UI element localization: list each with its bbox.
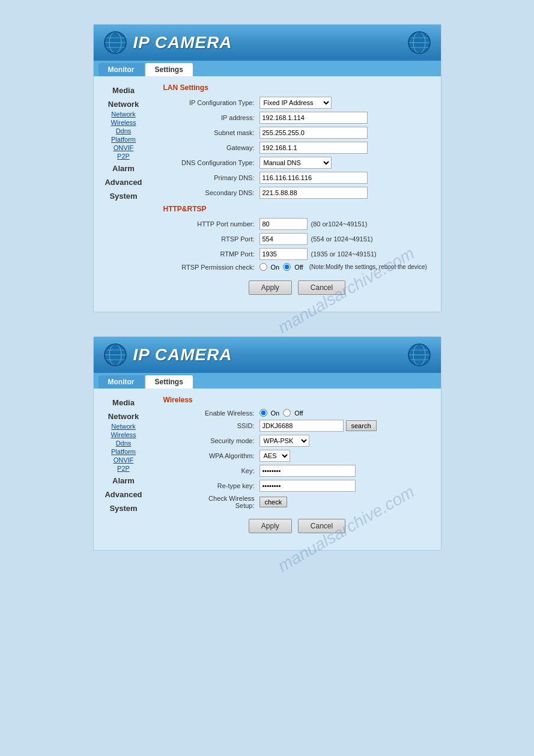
panel2-header: IP CAMERA bbox=[94, 337, 441, 373]
apply-button-2[interactable]: Apply bbox=[249, 519, 292, 533]
key-input[interactable] bbox=[259, 465, 356, 477]
panel2-container: IP CAMERA Monitor Settings Med bbox=[93, 336, 441, 551]
sidebar-section-network-2: Network bbox=[94, 408, 154, 422]
ip-address-row: IP address: bbox=[163, 112, 431, 124]
retype-key-row: Re-type key: bbox=[163, 480, 431, 492]
primary-dns-row: Primary DNS: bbox=[163, 172, 431, 184]
dns-config-type-select[interactable]: Manual DNS Auto DNS bbox=[259, 157, 332, 169]
dns-config-type-label: DNS Configuration Type: bbox=[163, 159, 259, 166]
sidebar-link-onvif-1[interactable]: ONVIF bbox=[94, 144, 154, 152]
primary-dns-input[interactable] bbox=[259, 172, 368, 184]
secondary-dns-input[interactable] bbox=[259, 187, 368, 199]
rtsp-permission-on-radio[interactable] bbox=[259, 263, 267, 271]
wireless-title: Wireless bbox=[163, 396, 431, 404]
sidebar-link-network-1[interactable]: Network bbox=[94, 110, 154, 118]
ip-config-type-row: IP Configuration Type: Fixed IP Address … bbox=[163, 97, 431, 109]
ip-config-type-select[interactable]: Fixed IP Address DHCP bbox=[259, 97, 332, 109]
sidebar-link-p2p-2[interactable]: P2P bbox=[94, 464, 154, 473]
rtsp-port-row: RTSP Port: (554 or 1024~49151) bbox=[163, 233, 431, 245]
tab-settings-1[interactable]: Settings bbox=[145, 63, 193, 76]
subnet-mask-label: Subnet mask: bbox=[163, 129, 259, 136]
panel2-nav: Monitor Settings bbox=[94, 373, 441, 389]
sidebar-link-network-2[interactable]: Network bbox=[94, 422, 154, 431]
key-row: Key: bbox=[163, 465, 431, 477]
dns-config-type-row: DNS Configuration Type: Manual DNS Auto … bbox=[163, 157, 431, 169]
rtsp-port-note: (554 or 1024~49151) bbox=[311, 235, 373, 243]
cancel-button-1[interactable]: Cancel bbox=[298, 280, 345, 295]
http-port-label: HTTP Port number: bbox=[163, 220, 259, 228]
secondary-dns-label: Secondary DNS: bbox=[163, 189, 259, 196]
tab-monitor-2[interactable]: Monitor bbox=[99, 375, 144, 389]
rtsp-permission-radio-group: On Off (Note:Modify the settings, reboot… bbox=[259, 263, 427, 271]
panel1-content: LAN Settings IP Configuration Type: Fixe… bbox=[154, 76, 441, 312]
ip-config-type-label: IP Configuration Type: bbox=[163, 99, 259, 106]
rtmp-port-label: RTMP Port: bbox=[163, 250, 259, 258]
tab-settings-2[interactable]: Settings bbox=[145, 375, 193, 389]
rtsp-permission-off-radio[interactable] bbox=[283, 263, 291, 271]
panel2-button-row: Apply Cancel bbox=[163, 519, 431, 543]
retype-key-label: Re-type key: bbox=[163, 482, 259, 489]
subnet-mask-input[interactable] bbox=[259, 127, 368, 139]
rtsp-permission-note: (Note:Modify the settings, reboot the de… bbox=[309, 264, 427, 270]
globe-icon-right bbox=[407, 31, 431, 55]
sidebar-section-system-2: System bbox=[94, 500, 154, 514]
apply-button-1[interactable]: Apply bbox=[249, 280, 292, 295]
panel1-container: IP CAMERA Monitor Settings Med bbox=[93, 24, 441, 312]
enable-wireless-row: Enable Wireless: On Off bbox=[163, 409, 431, 417]
security-mode-select[interactable]: WPA-PSK WPA2-PSK None bbox=[259, 435, 309, 447]
sidebar-section-media-2: Media bbox=[94, 395, 154, 408]
primary-dns-label: Primary DNS: bbox=[163, 174, 259, 181]
sidebar-section-advanced-1: Advanced bbox=[94, 174, 154, 188]
sidebar-link-wireless-1[interactable]: Wireless bbox=[94, 118, 154, 127]
check-wireless-button[interactable]: check bbox=[259, 497, 288, 507]
panel1-title: IP CAMERA bbox=[133, 33, 232, 52]
sidebar-link-ddns-2[interactable]: Ddns bbox=[94, 439, 154, 447]
http-port-note: (80 or1024~49151) bbox=[311, 220, 368, 228]
panel2-title: IP CAMERA bbox=[133, 345, 232, 364]
ip-address-input[interactable] bbox=[259, 112, 368, 124]
security-mode-row: Security mode: WPA-PSK WPA2-PSK None bbox=[163, 435, 431, 447]
key-label: Key: bbox=[163, 467, 259, 474]
search-button[interactable]: search bbox=[346, 420, 377, 431]
gateway-input[interactable] bbox=[259, 142, 368, 154]
sidebar-link-p2p-1[interactable]: P2P bbox=[94, 152, 154, 160]
panel1-body: Media Network Network Wireless Ddns Plat… bbox=[94, 76, 441, 312]
wireless-on-radio[interactable] bbox=[259, 409, 267, 417]
lan-settings-title: LAN Settings bbox=[163, 83, 431, 92]
sidebar-link-ddns-1[interactable]: Ddns bbox=[94, 127, 154, 135]
panel2: IP CAMERA Monitor Settings Med bbox=[93, 336, 441, 551]
page-wrapper: IP CAMERA Monitor Settings Med bbox=[0, 0, 534, 575]
sidebar-section-network-1: Network bbox=[94, 96, 154, 110]
sidebar-link-onvif-2[interactable]: ONVIF bbox=[94, 456, 154, 464]
rtsp-permission-row: RTSP Permission check: On Off (Note:Modi… bbox=[163, 263, 431, 271]
rtsp-port-input[interactable] bbox=[259, 233, 308, 245]
panel1-nav: Monitor Settings bbox=[94, 61, 441, 76]
enable-wireless-radio-group: On Off bbox=[259, 409, 303, 417]
wireless-off-radio[interactable] bbox=[283, 409, 291, 417]
enable-wireless-label: Enable Wireless: bbox=[163, 410, 259, 417]
rtsp-on-label: On bbox=[271, 264, 280, 271]
panel1-header: IP CAMERA bbox=[94, 25, 441, 61]
wpa-algorithm-select[interactable]: AES TKIP bbox=[259, 450, 290, 462]
rtmp-port-row: RTMP Port: (1935 or 1024~49151) bbox=[163, 248, 431, 260]
ssid-input[interactable] bbox=[259, 420, 344, 432]
tab-monitor-1[interactable]: Monitor bbox=[99, 63, 144, 76]
panel2-sidebar: Media Network Network Wireless Ddns Plat… bbox=[94, 389, 154, 550]
retype-key-input[interactable] bbox=[259, 480, 356, 492]
sidebar-link-wireless-2[interactable]: Wireless bbox=[94, 431, 154, 439]
wireless-on-label: On bbox=[271, 410, 280, 417]
sidebar-section-advanced-2: Advanced bbox=[94, 486, 154, 500]
sidebar-section-system-1: System bbox=[94, 188, 154, 202]
rtmp-port-input[interactable] bbox=[259, 248, 308, 260]
panel1-button-row: Apply Cancel bbox=[163, 280, 431, 304]
wpa-algorithm-label: WPA Algorithm: bbox=[163, 452, 259, 459]
cancel-button-2[interactable]: Cancel bbox=[298, 519, 345, 533]
security-mode-label: Security mode: bbox=[163, 437, 259, 444]
panel1: IP CAMERA Monitor Settings Med bbox=[93, 24, 441, 312]
sidebar-link-platform-1[interactable]: Platform bbox=[94, 135, 154, 144]
sidebar-link-platform-2[interactable]: Platform bbox=[94, 447, 154, 456]
panel2-body: Media Network Network Wireless Ddns Plat… bbox=[94, 389, 441, 550]
http-rtsp-title: HTTP&RTSP bbox=[163, 205, 431, 213]
http-port-input[interactable] bbox=[259, 218, 308, 230]
globe-icon-right-2 bbox=[407, 343, 431, 367]
